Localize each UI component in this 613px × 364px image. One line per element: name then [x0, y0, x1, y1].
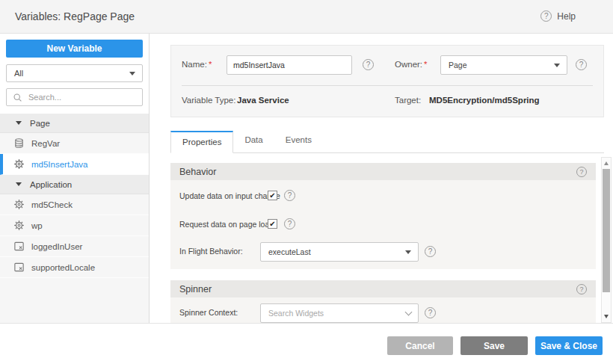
tree-item-md5check[interactable]: md5Check	[0, 194, 149, 215]
request-on-load-checkbox[interactable]	[268, 219, 277, 229]
required-asterisk: *	[209, 60, 212, 69]
help-link[interactable]: Help	[540, 10, 576, 22]
behavior-help-icon[interactable]	[576, 167, 587, 177]
behavior-section-body: Update data on input change Request data…	[170, 180, 596, 269]
variable-tree: Page RegVar md5InsertJava Application	[0, 114, 149, 323]
search-icon	[13, 93, 22, 102]
update-on-input-help-icon[interactable]	[284, 190, 295, 201]
help-label: Help	[557, 11, 576, 22]
name-label: Name:*	[182, 60, 212, 69]
chevron-down-icon	[129, 72, 135, 75]
chevron-down-icon	[405, 250, 411, 254]
behavior-section: Behavior Update data on input change Req…	[170, 163, 596, 269]
save-and-close-button[interactable]: Save & Close	[535, 336, 603, 355]
scrollbar-thumb[interactable]	[603, 169, 610, 292]
spinner-context-placeholder: Search Widgets	[268, 309, 324, 318]
dialog-header: Variables: RegPage Page Help	[0, 0, 613, 34]
caret-down-icon	[16, 121, 22, 125]
variables-dialog: Variables: RegPage Page Help New Variabl…	[0, 0, 613, 364]
tree-item-label: loggedInUser	[31, 242, 82, 251]
dialog-footer: Cancel Save Save & Close	[0, 323, 613, 364]
tab-events[interactable]: Events	[274, 130, 323, 152]
name-help-icon[interactable]	[363, 59, 374, 70]
target-label: Target:	[395, 96, 421, 105]
tree-item-label: wp	[31, 221, 43, 230]
spinner-section-body: Spinner Context: Search Widgets	[170, 297, 596, 323]
variable-detail-panel: Name:* Owner:* Page Variable Type: Java …	[150, 34, 613, 323]
tree-group-label: Application	[30, 180, 72, 189]
properties-scrollbar[interactable]	[601, 157, 612, 323]
tree-item-regvar[interactable]: RegVar	[0, 133, 149, 154]
spinner-context-select[interactable]: Search Widgets	[260, 303, 419, 323]
scroll-up-icon[interactable]	[604, 161, 609, 165]
spinner-context-label: Spinner Context:	[179, 308, 238, 317]
spinner-context-help-icon[interactable]	[425, 307, 436, 318]
request-on-load-label: Request data on page load	[179, 220, 274, 229]
update-on-input-checkbox[interactable]	[268, 191, 277, 200]
cancel-button[interactable]: Cancel	[387, 336, 453, 355]
owner-select-value: Page	[449, 61, 467, 70]
variable-search	[6, 88, 143, 106]
variable-icon	[13, 262, 25, 273]
in-flight-behavior-help-icon[interactable]	[425, 246, 436, 257]
update-on-input-label: Update data on input change	[179, 191, 280, 200]
variable-type-label: Variable Type:	[182, 96, 235, 105]
caret-down-icon	[16, 182, 22, 186]
search-input[interactable]	[27, 92, 136, 102]
tab-properties[interactable]: Properties	[170, 131, 233, 153]
required-asterisk: *	[424, 60, 427, 69]
spinner-help-icon[interactable]	[576, 284, 587, 294]
request-on-load-help-icon[interactable]	[284, 218, 295, 229]
owner-help-icon[interactable]	[576, 59, 587, 70]
variable-summary-box: Name:* Owner:* Page Variable Type: Java …	[170, 45, 604, 117]
variable-filter-value: All	[14, 69, 23, 78]
variable-filter-select[interactable]: All	[6, 64, 143, 82]
new-variable-button[interactable]: New Variable	[6, 40, 143, 58]
behavior-section-header: Behavior	[170, 163, 596, 180]
in-flight-behavior-select[interactable]: executeLast	[260, 242, 419, 262]
chevron-down-icon	[405, 308, 413, 315]
database-icon	[13, 138, 25, 149]
behavior-title: Behavior	[179, 167, 216, 177]
form-divider	[182, 85, 593, 86]
in-flight-behavior-label: In Flight Behavior:	[179, 247, 243, 256]
detail-tabs: Properties Data Events	[170, 131, 604, 153]
variables-sidebar: New Variable All Page RegVar	[0, 34, 150, 323]
page-title: Variables: RegPage Page	[15, 0, 135, 33]
chevron-down-icon	[554, 64, 560, 67]
variable-type-value: Java Service	[237, 96, 289, 105]
tree-item-supportedlocale[interactable]: supportedLocale	[0, 257, 149, 278]
tree-item-label: md5Check	[31, 200, 73, 209]
tree-group-label: Page	[30, 119, 50, 128]
tree-group-page[interactable]: Page	[0, 114, 149, 133]
tree-group-application[interactable]: Application	[0, 175, 149, 194]
name-input[interactable]	[227, 55, 352, 75]
spinner-title: Spinner	[179, 284, 212, 294]
gear-icon	[13, 158, 25, 170]
tree-item-label: md5InsertJava	[31, 160, 87, 169]
tab-data[interactable]: Data	[233, 130, 274, 152]
owner-label: Owner:*	[395, 60, 428, 69]
owner-select[interactable]: Page	[440, 55, 567, 75]
scroll-down-icon[interactable]	[604, 315, 609, 318]
tree-item-label: supportedLocale	[31, 263, 95, 272]
save-button[interactable]: Save	[460, 336, 528, 355]
tree-item-loggedinuser[interactable]: loggedInUser	[0, 236, 149, 257]
gear-icon	[13, 199, 25, 210]
tree-item-md5insertjava[interactable]: md5InsertJava	[0, 154, 149, 175]
gear-icon	[13, 220, 25, 231]
target-value: MD5Encryption/md5Spring	[429, 96, 540, 105]
tree-item-label: RegVar	[31, 139, 60, 148]
spinner-section: Spinner Spinner Context: Search Widgets	[170, 280, 596, 323]
tree-item-wp[interactable]: wp	[0, 215, 149, 236]
help-circle-icon	[540, 10, 552, 22]
spinner-section-header: Spinner	[170, 280, 596, 297]
variable-icon	[13, 241, 25, 252]
in-flight-behavior-value: executeLast	[268, 247, 311, 256]
